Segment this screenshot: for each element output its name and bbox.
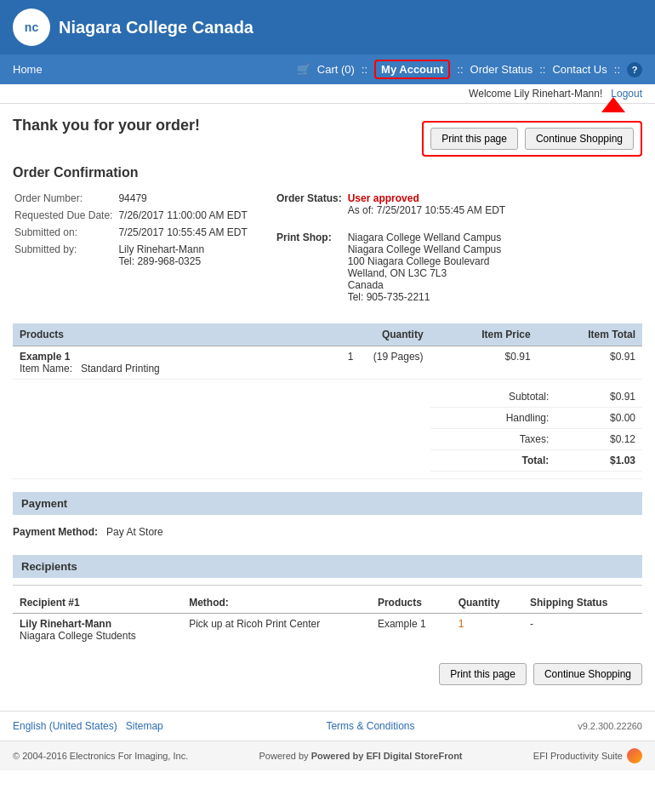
payment-method-value: Pay At Store <box>106 526 163 538</box>
footer-bottom: © 2004-2016 Electronics For Imaging, Inc… <box>0 741 655 770</box>
logo-text: nc <box>25 20 38 34</box>
bottom-print-button[interactable]: Print this page <box>439 663 527 685</box>
site-title: Niagara College Canada <box>59 18 253 37</box>
footer-links: English (United States) Sitemap Terms & … <box>0 711 655 741</box>
print-page-button[interactable]: Print this page <box>430 128 518 150</box>
bottom-buttons: Print this page Continue Shopping <box>13 663 642 685</box>
welcome-text: Welcome Lily Rinehart-Mann! <box>469 88 602 100</box>
handling-row: Handling: $0.00 <box>430 408 642 429</box>
footer-terms-link[interactable]: Terms & Conditions <box>326 720 414 732</box>
efi-logo: EFI Productivity Suite <box>533 748 642 763</box>
recipient-org: Niagara College Students <box>20 630 175 642</box>
product-name: Example 1 <box>20 351 271 363</box>
nav-cart[interactable]: Cart (0) <box>317 63 355 76</box>
continue-shopping-button[interactable]: Continue Shopping <box>525 128 634 150</box>
payment-section-header: Payment <box>13 492 642 515</box>
recipient-name: Lily Rinehart-Mann <box>20 618 175 630</box>
method-col-header: Method: <box>182 592 371 614</box>
col-item-total: Item Total <box>538 323 642 346</box>
order-number-value: 94479 <box>118 191 251 206</box>
product-pages: 1 (19 Pages) <box>277 346 430 380</box>
order-number-label: Order Number: <box>14 191 117 206</box>
recipient-quantity: 1 <box>452 614 523 647</box>
order-right-details: Order Status: User approved As of: 7/25/… <box>275 189 642 306</box>
submitted-by-label: Submitted by: <box>14 242 117 269</box>
subtotal-row: Subtotal: $0.91 <box>430 386 642 408</box>
col-quantity: Quantity <box>277 323 430 346</box>
thank-you-heading: Thank you for your order! <box>13 117 200 134</box>
efi-suite-text: EFI Productivity Suite <box>533 751 623 761</box>
footer-copyright: © 2004-2016 Electronics For Imaging, Inc… <box>13 751 188 761</box>
totals-table: Subtotal: $0.91 Handling: $0.00 Taxes: $… <box>430 386 642 472</box>
welcome-bar: Welcome Lily Rinehart-Mann! Logout <box>0 84 655 104</box>
arrow-up-indicator <box>601 97 625 112</box>
total-value: $1.03 <box>553 450 642 472</box>
bottom-continue-button[interactable]: Continue Shopping <box>533 663 642 685</box>
recipient-name-cell: Lily Rinehart-Mann Niagara College Stude… <box>13 614 182 647</box>
submitted-on-label: Submitted on: <box>14 225 117 240</box>
nav-contact-us[interactable]: Contact Us <box>552 63 607 76</box>
footer-center: Terms & Conditions <box>326 720 414 732</box>
quantity-col-header: Quantity <box>452 592 523 614</box>
efi-logo-icon <box>627 748 642 763</box>
due-date-value: 7/26/2017 11:00:00 AM EDT <box>118 208 251 223</box>
print-shop-value: Niagara College Welland Campus Niagara C… <box>348 230 510 305</box>
payment-method-label: Payment Method: <box>13 526 98 538</box>
nav-my-account[interactable]: My Account <box>381 63 443 76</box>
navbar: Home 🛒 Cart (0) :: My Account :: Order S… <box>0 54 655 84</box>
logo-area: nc Niagara College Canada <box>13 9 253 46</box>
recipient-product: Example 1 <box>371 614 452 647</box>
submitted-by-value: Lily Rinehart-Mann Tel: 289-968-0325 <box>118 242 251 269</box>
recipient-method: Pick up at Ricoh Print Center <box>182 614 371 647</box>
navbar-left: Home <box>13 63 43 76</box>
main-content: Thank you for your order! Print this pag… <box>0 104 655 711</box>
product-item-price: $0.91 <box>430 346 538 380</box>
products-table: Products Quantity Item Price Item Total … <box>13 323 642 479</box>
status-as-of: As of: 7/25/2017 10:55:45 AM EDT <box>348 204 505 216</box>
cart-icon: 🛒 <box>297 63 310 76</box>
subtotal-value: $0.91 <box>553 386 642 408</box>
taxes-row: Taxes: $0.12 <box>430 429 642 450</box>
action-buttons-wrapper: Print this page Continue Shopping <box>422 121 642 157</box>
product-item-total: $0.91 <box>538 346 642 380</box>
total-row: Total: $1.03 <box>430 450 642 472</box>
navbar-right: 🛒 Cart (0) :: My Account :: Order Status… <box>297 60 642 79</box>
total-label: Total: <box>430 450 554 472</box>
col-products: Products <box>13 323 277 346</box>
footer-sitemap-link[interactable]: Sitemap <box>126 720 163 732</box>
handling-value: $0.00 <box>553 408 642 429</box>
nav-order-status[interactable]: Order Status <box>470 63 533 76</box>
footer-version: v9.2.300.22260 <box>578 721 642 731</box>
status-label: Order Status: <box>276 191 346 218</box>
submitted-on-value: 7/25/2017 10:55:45 AM EDT <box>118 225 251 240</box>
handling-label: Handling: <box>430 408 554 429</box>
col-item-price: Item Price <box>430 323 538 346</box>
footer-left: English (United States) Sitemap <box>13 720 163 732</box>
payment-method: Payment Method: Pay At Store <box>13 522 642 542</box>
taxes-value: $0.12 <box>553 429 642 450</box>
nav-my-account-box: My Account <box>374 60 450 79</box>
status-value: User approved <box>348 192 419 204</box>
item-name-value: Standard Printing <box>81 363 160 375</box>
totals-row: Subtotal: $0.91 Handling: $0.00 Taxes: $… <box>13 380 642 479</box>
order-details: Order Number: 94479 Requested Due Date: … <box>13 189 642 306</box>
nav-home[interactable]: Home <box>13 63 43 76</box>
recipient-shipping: - <box>523 614 642 647</box>
subtotal-label: Subtotal: <box>430 386 554 408</box>
header: nc Niagara College Canada <box>0 0 655 54</box>
recipients-section-header: Recipients <box>13 555 642 578</box>
recipient-row: Lily Rinehart-Mann Niagara College Stude… <box>13 614 642 647</box>
recipient-col-header: Recipient #1 <box>13 592 182 614</box>
logo-circle: nc <box>13 9 50 46</box>
due-date-label: Requested Due Date: <box>14 208 117 223</box>
taxes-label: Taxes: <box>430 429 554 450</box>
help-icon[interactable]: ? <box>627 62 642 77</box>
table-row: Example 1 Item Name: Standard Printing 1… <box>13 346 642 380</box>
print-shop-label: Print Shop: <box>276 230 346 305</box>
item-name-row: Item Name: Standard Printing <box>20 363 271 375</box>
shipping-col-header: Shipping Status <box>523 592 642 614</box>
item-name-label: Item Name: <box>20 363 72 375</box>
footer-lang-link[interactable]: English (United States) <box>13 720 117 732</box>
footer-powered-by: Powered by Powered by EFI Digital StoreF… <box>259 751 463 761</box>
recipients-table: Recipient #1 Method: Products Quantity S… <box>13 592 642 646</box>
